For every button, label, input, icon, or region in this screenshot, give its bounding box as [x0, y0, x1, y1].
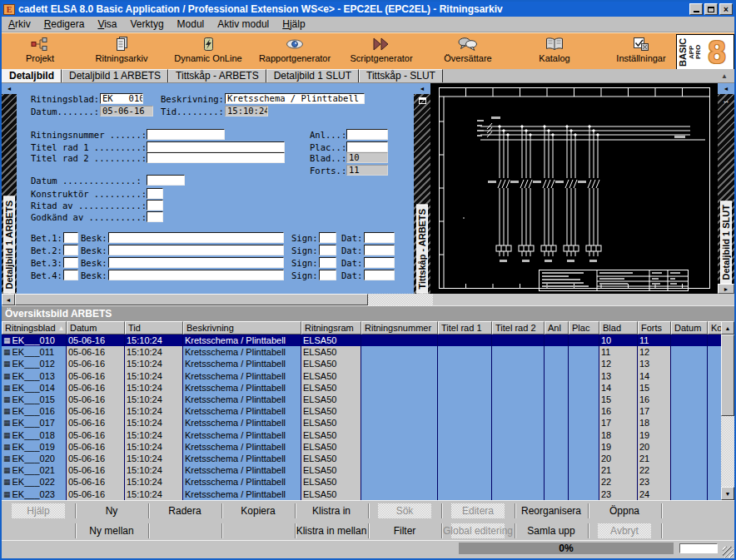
bet4-sign-input[interactable]: [319, 270, 336, 280]
column-header-tid[interactable]: Tid: [125, 321, 183, 335]
scroll-left-button[interactable]: ◄: [2, 294, 15, 305]
button-öppna[interactable]: Öppna: [588, 501, 661, 521]
bet1-sign-input[interactable]: [319, 232, 336, 243]
anl-input[interactable]: [346, 129, 388, 140]
button-samla-upp[interactable]: Samla upp: [515, 521, 588, 541]
bet2-dat-input[interactable]: [364, 245, 395, 255]
menu-item-aktiv-modul[interactable]: Aktiv modul: [211, 17, 276, 31]
table-row[interactable]: ▦EK___01905-06-1615:10:24Kretsschema / P…: [2, 441, 724, 453]
bet4-input[interactable]: [63, 270, 78, 280]
menu-item-hjälp[interactable]: Hjälp: [276, 17, 311, 31]
collapse-right-button[interactable]: ◄: [718, 83, 734, 94]
scroll-up-icon[interactable]: ▲: [721, 72, 728, 80]
restore-icon[interactable]: [414, 94, 430, 107]
bet2-input[interactable]: [63, 245, 78, 255]
table-row[interactable]: ▦EK___01405-06-1615:10:24Kretsschema / P…: [2, 382, 724, 394]
ritningsblad-input[interactable]: EK___010: [100, 93, 143, 104]
konstruktor-input[interactable]: [147, 188, 163, 199]
menu-item-redigera[interactable]: Redigera: [37, 17, 92, 31]
tab-detaljbild[interactable]: Detaljbild: [2, 69, 62, 82]
button-ny-mellan[interactable]: Ny mellan: [75, 521, 148, 541]
button-filter[interactable]: Filter: [368, 521, 441, 541]
menu-item-arkiv[interactable]: Arkiv: [2, 17, 37, 31]
button-klistra-in[interactable]: Klistra in: [295, 501, 368, 521]
table-row[interactable]: ▦EK___02305-06-1615:10:24Kretsschema / P…: [2, 488, 724, 499]
bet3-sign-input[interactable]: [319, 257, 336, 268]
drawing-preview[interactable]: [430, 83, 718, 294]
horizontal-scrollbar[interactable]: ◄: [2, 294, 734, 305]
table-row[interactable]: ▦EK___01205-06-1615:10:24Kretsschema / P…: [2, 358, 724, 369]
toolbar-item-katalog[interactable]: Katalog: [511, 33, 598, 69]
bet1-besk-input[interactable]: [108, 232, 284, 243]
table-row[interactable]: ▦EK___02205-06-1615:10:24Kretsschema / P…: [2, 476, 724, 488]
table-row[interactable]: ▦EK___02005-06-1615:10:24Kretsschema / P…: [2, 453, 724, 464]
column-header-beskrivning[interactable]: Beskrivning: [183, 321, 301, 335]
collapse-left-button[interactable]: ◄: [2, 83, 17, 94]
panel-label-left[interactable]: Detaljbild 1 ARBETS: [3, 196, 15, 294]
collapse-middle-button[interactable]: ◄: [414, 83, 430, 94]
datum2-input[interactable]: [147, 175, 185, 186]
column-header-forts[interactable]: Forts: [638, 321, 671, 335]
maximize-button[interactable]: [704, 3, 718, 15]
bet3-dat-input[interactable]: [364, 257, 395, 268]
ritad-av-input[interactable]: [147, 200, 163, 211]
toolbar-item-scriptgenerator[interactable]: Scriptgenerator: [338, 33, 425, 69]
column-header-ritningsram[interactable]: Ritningsram: [301, 321, 361, 335]
scrollbar-thumb[interactable]: [721, 335, 734, 416]
column-header-ritningsnummer[interactable]: Ritningsnummer: [361, 321, 438, 335]
titel-rad-1-input[interactable]: [147, 141, 285, 152]
tab-detaljbild-1-arbets[interactable]: Detaljbild 1 ARBETS: [62, 69, 168, 82]
table-row[interactable]: ▦EK___01705-06-1615:10:24Kretsschema / P…: [2, 417, 724, 429]
resize-grip[interactable]: [723, 547, 734, 558]
table-row[interactable]: ▦EK___01805-06-1615:10:24Kretsschema / P…: [2, 429, 724, 441]
beskrivning-input[interactable]: Kretsschema / Plinttabell: [225, 93, 365, 104]
toolbar-item-dynamic-online[interactable]: Dynamic OnLine: [165, 33, 251, 69]
panel-label-right[interactable]: Detaljbild 1 SLUT: [720, 201, 732, 284]
ritningsnummer-input[interactable]: [147, 129, 225, 140]
plac-input[interactable]: [346, 141, 388, 152]
scrollbar-track[interactable]: [368, 294, 433, 305]
titel-rad-2-input[interactable]: [147, 152, 285, 163]
table-row[interactable]: ▦EK___01105-06-1615:10:24Kretsschema / P…: [2, 346, 724, 358]
menu-item-visa[interactable]: Visa: [91, 17, 123, 31]
bet4-besk-input[interactable]: [108, 270, 284, 280]
expand-right-button[interactable]: ►: [718, 284, 734, 294]
toolbar-item-oversattare[interactable]: Översättare: [425, 33, 511, 69]
column-header-anl[interactable]: Anl: [545, 321, 569, 335]
table-row[interactable]: ▦EK___02105-06-1615:10:24Kretsschema / P…: [2, 464, 724, 476]
column-header-datum[interactable]: Datum: [67, 321, 125, 335]
column-header-ritningsblad[interactable]: Ritningsblad▲: [2, 321, 67, 335]
bet1-input[interactable]: [63, 232, 78, 243]
column-header-datum[interactable]: Datum: [671, 321, 708, 335]
button-ny[interactable]: Ny: [75, 501, 148, 521]
bet1-dat-input[interactable]: [364, 232, 395, 243]
bet3-besk-input[interactable]: [108, 257, 284, 268]
godkand-av-input[interactable]: [147, 211, 163, 222]
menu-item-verktyg[interactable]: Verktyg: [124, 17, 171, 31]
bet3-input[interactable]: [63, 257, 78, 268]
tab-detaljbild-1-slut[interactable]: Detaljbild 1 SLUT: [266, 69, 359, 82]
toolbar-item-rapportgenerator[interactable]: Rapportgenerator: [251, 33, 338, 69]
column-header-titel-rad-2[interactable]: Titel rad 2: [492, 321, 545, 335]
column-header-titel-rad-1[interactable]: Titel rad 1: [438, 321, 492, 335]
scrollbar-track[interactable]: [721, 416, 734, 487]
toolbar-item-projekt[interactable]: Projekt: [2, 33, 78, 69]
close-button[interactable]: ×: [719, 3, 733, 15]
scrollbar-thumb[interactable]: [15, 294, 368, 305]
button-radera[interactable]: Radera: [148, 501, 221, 521]
panel-label-middle[interactable]: Tittskåp - ARBETS: [416, 205, 428, 294]
button-kopiera[interactable]: Kopiera: [221, 501, 295, 521]
table-row[interactable]: ▦EK___01305-06-1615:10:24Kretsschema / P…: [2, 370, 724, 382]
bet2-sign-input[interactable]: [319, 245, 336, 255]
bet4-dat-input[interactable]: [364, 270, 395, 280]
resize-horizontal-icon[interactable]: ↔: [718, 94, 734, 107]
table-row[interactable]: ▦EK___01605-06-1615:10:24Kretsschema / P…: [2, 405, 724, 417]
column-header-blad[interactable]: Blad: [599, 321, 638, 335]
tab-tittskåp-arbets[interactable]: Tittskåp - ARBETS: [168, 69, 266, 82]
minimize-button[interactable]: [689, 3, 703, 15]
tab-tittskåp-slut[interactable]: Tittskåp - SLUT: [359, 69, 443, 82]
toolbar-item-ritningsarkiv[interactable]: Ritningsarkiv: [78, 33, 165, 69]
vertical-scrollbar[interactable]: ▲ ▼: [721, 321, 734, 500]
scroll-up-button[interactable]: ▲: [721, 321, 734, 335]
button-reorganisera[interactable]: Reorganisera: [515, 501, 588, 521]
